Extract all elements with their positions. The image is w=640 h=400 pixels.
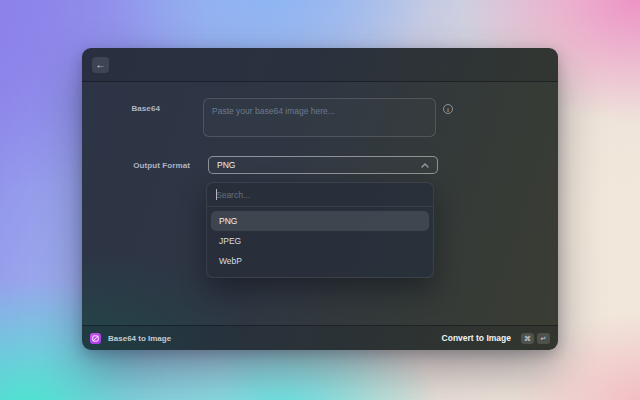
convert-action-button[interactable]: Convert to Image xyxy=(442,333,511,343)
info-icon[interactable]: i xyxy=(443,104,453,114)
dropdown-search-row xyxy=(207,183,433,207)
back-button[interactable]: ← xyxy=(92,57,109,73)
desktop-background: ← Base64 i Output Format PNG PNG JPEG We… xyxy=(0,0,640,400)
app-title: Base64 to Image xyxy=(108,334,171,343)
output-format-label: Output Format xyxy=(110,161,190,170)
output-format-value: PNG xyxy=(209,160,421,170)
output-format-select[interactable]: PNG xyxy=(208,156,438,174)
command-key-icon[interactable]: ⌘ xyxy=(521,333,534,344)
option-webp[interactable]: WebP xyxy=(211,251,429,271)
back-arrow-icon: ← xyxy=(96,60,106,70)
return-key-icon[interactable]: ↵ xyxy=(537,333,550,344)
option-jpeg[interactable]: JPEG xyxy=(211,231,429,251)
image-glyph-icon xyxy=(92,335,99,342)
footer-bar: Base64 to Image Convert to Image ⌘ ↵ xyxy=(82,325,558,350)
base64-label: Base64 xyxy=(80,104,160,113)
titlebar: ← xyxy=(82,48,558,82)
base64-input[interactable] xyxy=(203,98,436,137)
app-icon xyxy=(90,333,101,344)
chevron-up-icon xyxy=(421,163,437,168)
dropdown-options: PNG JPEG WebP xyxy=(207,207,433,275)
format-dropdown-panel: PNG JPEG WebP xyxy=(206,182,434,278)
option-png[interactable]: PNG xyxy=(211,211,429,231)
app-window: ← Base64 i Output Format PNG PNG JPEG We… xyxy=(82,48,558,350)
text-cursor xyxy=(216,189,217,200)
dropdown-search-input[interactable] xyxy=(216,190,424,200)
